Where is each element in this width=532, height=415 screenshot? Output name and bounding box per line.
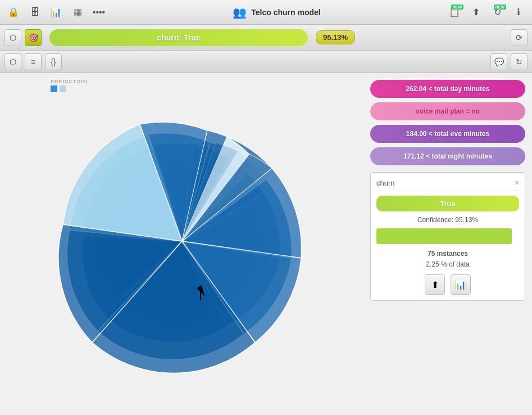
app-title-area: 👥 Telco churn model — [111, 6, 442, 19]
feature-label-1: 262.04 < total day minutes — [406, 85, 489, 93]
true-label: True — [440, 200, 455, 208]
app-title: Telco churn model — [251, 8, 320, 17]
chart-area: PREDICTION — [0, 73, 363, 415]
prediction-legend-label: PREDICTION — [51, 79, 88, 84]
churn-label: churn: True — [157, 33, 200, 42]
more-icon[interactable]: •••• — [90, 3, 108, 21]
feature-label-4: 171.12 < total night minutes — [403, 152, 492, 160]
card-actions: ⬆ 📊 — [376, 274, 519, 295]
info-card-header: churn × — [376, 178, 519, 191]
legend-box-2 — [60, 85, 66, 92]
main-content: PREDICTION — [0, 73, 532, 415]
new-badge-2: NEW — [494, 4, 506, 10]
sunburst-svg — [42, 101, 322, 382]
tree-view-btn[interactable]: ⬡ — [4, 29, 21, 46]
confidence-text: Confidence: 95.13% — [376, 216, 519, 224]
model-icon: 👥 — [233, 6, 247, 19]
feature-bar-4[interactable]: 171.12 < total night minutes — [370, 147, 525, 165]
bar-chart-icon: 📊 — [455, 279, 466, 290]
chart-action-btn[interactable]: 📊 — [451, 274, 471, 295]
history-btn[interactable]: ⟳ — [511, 29, 528, 46]
chart-bar-icon[interactable]: 📊 — [47, 3, 65, 21]
download-icon: ⬆ — [431, 279, 439, 290]
sunburst-chart[interactable] — [42, 101, 322, 382]
chat-icon[interactable]: 💬 — [490, 53, 507, 70]
second-toolbar: ⬡ 🎯 churn: True 95.13% ⟳ — [0, 25, 532, 51]
refresh-icon[interactable]: ↻ — [511, 53, 528, 70]
feature-label-3: 184.00 < total eve minutes — [406, 130, 489, 138]
target-view-btn[interactable]: 🎯 — [25, 29, 42, 46]
top-toolbar: 🔒 🗄 📊 ▦ •••• 👥 Telco churn model 📋 NEW ⬆… — [0, 0, 532, 25]
instances-count: 75 instances — [428, 250, 468, 258]
feature-label-2: voice mail plan = no — [416, 107, 480, 115]
download-action-btn[interactable]: ⬆ — [425, 274, 445, 295]
graph-view-btn[interactable]: ⬡ — [4, 53, 21, 70]
data-pct: 2.25 % of data — [426, 260, 469, 268]
info-icon[interactable]: ℹ — [510, 3, 528, 21]
prediction-legend: PREDICTION — [51, 79, 88, 92]
new-badge-1: NEW — [451, 4, 463, 10]
churn-bar[interactable]: churn: True — [49, 29, 308, 46]
legend-box-1 — [51, 85, 57, 92]
toolbar-right: 📋 NEW ⬆ ↻ NEW ℹ — [445, 3, 528, 21]
database-icon[interactable]: 🗄 — [26, 3, 44, 21]
confidence-bar — [376, 228, 512, 244]
instances-text: 75 instances 2.25 % of data — [376, 249, 519, 270]
confidence-badge: 95.13% — [316, 30, 355, 44]
new-badge-1-wrapper: 📋 NEW — [445, 3, 463, 21]
list-view-btn[interactable]: ≡ — [25, 53, 42, 70]
feature-bar-1[interactable]: 262.04 < total day minutes — [370, 80, 525, 98]
info-card-title: churn — [376, 179, 395, 187]
code-view-btn[interactable]: {} — [45, 53, 62, 70]
table-icon[interactable]: ▦ — [69, 3, 87, 21]
feature-bar-3[interactable]: 184.00 < total eve minutes — [370, 125, 525, 143]
right-panel: 262.04 < total day minutes voice mail pl… — [363, 73, 532, 415]
true-bar: True — [376, 196, 519, 211]
confidence-value: 95.13% — [323, 33, 348, 42]
new-badge-2-wrapper: ↻ NEW — [488, 3, 506, 21]
lock-icon[interactable]: 🔒 — [4, 3, 22, 21]
upload-icon[interactable]: ⬆ — [467, 3, 485, 21]
feature-bar-2[interactable]: voice mail plan = no — [370, 102, 525, 120]
info-card-close-btn[interactable]: × — [515, 178, 519, 187]
third-toolbar: ⬡ ≡ {} 💬 ↻ — [0, 51, 532, 73]
info-card: churn × True Confidence: 95.13% 75 insta… — [370, 172, 525, 301]
